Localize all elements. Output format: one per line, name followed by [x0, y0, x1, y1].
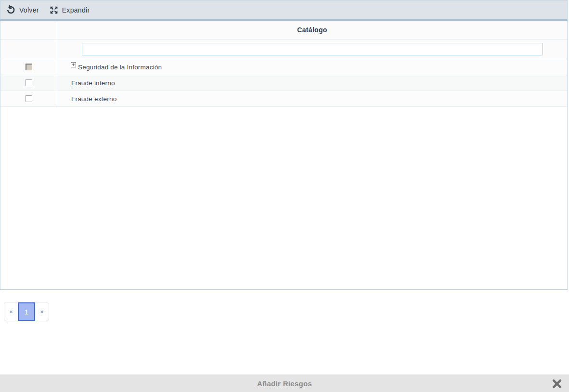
modal-footer-bar: Añadir Riesgos — [0, 374, 569, 392]
volver-button[interactable]: Volver — [6, 5, 39, 14]
row-checkbox[interactable] — [26, 64, 32, 70]
column-header-catalogo: Catálogo — [297, 26, 327, 34]
close-icon[interactable] — [550, 377, 564, 391]
table-row[interactable]: Fraude externo — [0, 91, 567, 107]
catalog-table-panel: Catálogo + Seguridad de la Información F… — [0, 21, 568, 290]
filter-checkbox-column — [0, 39, 57, 59]
table-header-row: Catálogo — [0, 21, 567, 39]
undo-arrow-icon — [6, 5, 15, 14]
header-checkbox-column — [0, 21, 57, 39]
pagination-page-1-button[interactable]: 1 — [18, 302, 35, 321]
pagination-prev-button[interactable]: « — [4, 303, 18, 320]
volver-label: Volver — [19, 6, 39, 14]
modal-title: Añadir Riesgos — [257, 379, 312, 388]
expand-plus-icon[interactable]: + — [71, 62, 76, 67]
catalog-filter-input[interactable] — [82, 43, 543, 55]
pagination: « 1 » — [4, 302, 49, 321]
row-checkbox[interactable] — [26, 95, 32, 102]
expandir-label: Expandir — [62, 6, 90, 14]
row-label-text: Fraude interno — [71, 79, 115, 87]
table-row[interactable]: Fraude interno — [0, 75, 567, 91]
expandir-button[interactable]: Expandir — [50, 6, 90, 14]
toolbar: Volver Expandir — [0, 0, 568, 21]
table-row[interactable]: + Seguridad de la Información — [0, 59, 567, 75]
pagination-next-button[interactable]: » — [35, 303, 49, 320]
row-label-text: Fraude externo — [71, 95, 116, 103]
row-checkbox[interactable] — [26, 79, 32, 86]
table-filter-row — [0, 39, 567, 59]
expand-arrows-icon — [50, 6, 58, 14]
row-label-text: Seguridad de la Información — [78, 64, 162, 71]
